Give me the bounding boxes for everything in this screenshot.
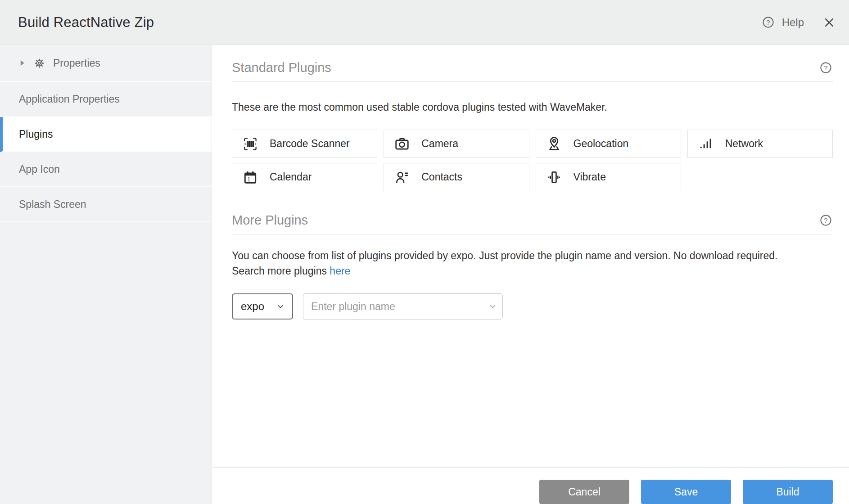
plugin-card-barcode-scanner[interactable]: Barcode Scanner <box>232 130 377 158</box>
spacer <box>212 320 849 467</box>
barcode-icon <box>242 135 259 153</box>
plugin-name-field-wrap <box>303 293 503 320</box>
sidebar-item-label: Splash Screen <box>19 198 86 211</box>
plugin-card-contacts[interactable]: Contacts <box>384 163 529 191</box>
more-plugins-description: You can choose from list of plugins prov… <box>232 248 833 279</box>
dialog-header: Build ReactNative Zip ? Help <box>0 0 849 45</box>
help-label: Help <box>782 16 804 29</box>
plugin-card-camera[interactable]: Camera <box>384 130 529 158</box>
cancel-button[interactable]: Cancel <box>539 480 629 504</box>
sidebar-item-label: Plugins <box>19 128 53 140</box>
registry-select[interactable]: expo <box>232 293 293 320</box>
search-plugins-here-link[interactable]: here <box>330 265 350 277</box>
standard-plugins-help-icon[interactable]: ? <box>819 61 833 75</box>
more-plugins-help-icon[interactable]: ? <box>819 213 833 227</box>
plugin-label: Geolocation <box>574 138 629 150</box>
standard-plugins-description: These are the most common used stable co… <box>232 99 833 115</box>
plugin-card-vibrate[interactable]: Vibrate <box>536 163 681 191</box>
svg-text:?: ? <box>766 19 770 26</box>
more-plugins-controls: expo <box>232 293 833 320</box>
sidebar-item-label: Application Properties <box>19 93 120 105</box>
contacts-icon <box>393 169 411 186</box>
camera-icon <box>393 135 411 153</box>
close-icon <box>823 16 835 29</box>
sidebar-item-label: Properties <box>53 57 100 69</box>
gear-icon <box>33 57 45 69</box>
plugin-label: Vibrate <box>574 171 606 183</box>
sidebar-item-application-properties[interactable]: Application Properties <box>0 82 212 117</box>
more-plugins-description-text: You can choose from list of plugins prov… <box>232 250 778 261</box>
sidebar-item-label: App Icon <box>19 163 60 176</box>
plugin-card-network[interactable]: Network <box>687 130 833 158</box>
more-plugins-divider <box>232 234 833 234</box>
sidebar-item-app-icon[interactable]: App Icon <box>0 152 212 187</box>
plugin-label: Network <box>725 138 763 150</box>
geolocation-icon <box>546 135 563 153</box>
sidebar-item-plugins[interactable]: Plugins <box>0 117 212 152</box>
build-button[interactable]: Build <box>743 480 833 504</box>
network-signal-icon <box>697 135 714 153</box>
sidebar-item-splash-screen[interactable]: Splash Screen <box>0 187 212 222</box>
registry-select-value: expo <box>241 300 264 313</box>
svg-text:?: ? <box>824 64 827 72</box>
save-button[interactable]: Save <box>641 480 731 504</box>
plugin-label: Barcode Scanner <box>270 138 350 150</box>
standard-plugins-divider <box>232 81 833 82</box>
plugin-name-input[interactable] <box>303 293 503 320</box>
standard-plugins-title: Standard Plugins <box>232 60 331 75</box>
more-plugins-title: More Plugins <box>232 213 308 228</box>
build-reactnative-dialog: Build ReactNative Zip ? Help <box>0 0 849 504</box>
vibrate-icon <box>546 169 563 186</box>
sidebar-item-properties[interactable]: Properties <box>0 45 212 82</box>
plugin-card-geolocation[interactable]: Geolocation <box>536 130 681 158</box>
search-more-plugins-text: Search more plugins <box>232 265 330 277</box>
svg-text:1: 1 <box>247 176 250 182</box>
calendar-icon: 1 <box>242 169 259 186</box>
dialog-footer: Cancel Save Build <box>212 467 849 504</box>
plugin-label: Contacts <box>421 171 462 183</box>
standard-plugins-grid: Barcode Scanner Camera <box>232 130 833 191</box>
help-circle-icon: ? <box>761 15 775 29</box>
caret-right-icon <box>18 58 27 68</box>
page-title: Build ReactNative Zip <box>18 14 154 31</box>
close-button[interactable] <box>823 16 835 29</box>
plugin-card-calendar[interactable]: 1 Calendar <box>232 163 377 191</box>
plugin-label: Camera <box>421 138 458 150</box>
main-panel: Standard Plugins ? These are the most co… <box>212 45 849 504</box>
sidebar: Properties Application Properties Plugin… <box>0 45 212 504</box>
help-button[interactable]: ? Help <box>761 15 804 29</box>
plugin-label: Calendar <box>270 171 312 183</box>
svg-text:?: ? <box>824 217 827 224</box>
chevron-down-icon <box>276 302 285 311</box>
